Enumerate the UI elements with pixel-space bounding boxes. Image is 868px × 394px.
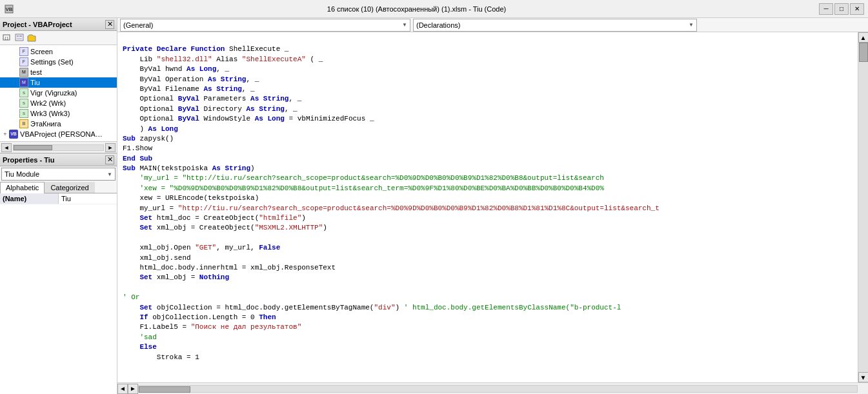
h-code-scroll-thumb[interactable] — [139, 386, 190, 393]
form-icon-2: F — [19, 57, 28, 66]
tree-item-screen[interactable]: F Screen — [0, 46, 117, 57]
object-selector-value: Tiu Module — [5, 170, 39, 178]
code-area-container: Private Declare Function ShellExecute _ … — [117, 32, 868, 382]
code-panel: (General) ▼ (Declarations) ▼ Private Dec… — [117, 18, 868, 394]
svg-rect-6 — [19, 35, 22, 37]
view-code-button[interactable]: { } — [1, 32, 13, 44]
project-panel-title: Project - VBAProject — [3, 21, 72, 28]
tab-alphabetic[interactable]: Alphabetic — [0, 182, 45, 193]
scroll-right-btn[interactable]: ► — [105, 143, 116, 152]
maximize-button[interactable]: □ — [834, 3, 849, 15]
vba-icon: VB — [9, 130, 18, 139]
procedure-dropdown[interactable]: (Declarations) ▼ — [413, 19, 697, 32]
tree-item-vigr[interactable]: S Vigr (Vigruzka) — [0, 88, 117, 98]
tree-item-wrk3[interactable]: S Wrk3 (Wrk3) — [0, 108, 117, 119]
scroll-code-right-btn[interactable]: ► — [128, 384, 138, 394]
toggle-folders-button[interactable] — [26, 32, 37, 44]
scroll-down-btn[interactable]: ▼ — [858, 372, 869, 382]
window-controls: ─ □ ✕ — [819, 3, 864, 15]
scroll-thumb[interactable] — [859, 43, 868, 62]
h-scrollbar-track[interactable] — [13, 144, 104, 151]
project-tree-scroll: ◄ ► — [0, 141, 117, 153]
main-container: Project - VBAProject ✕ { } F — [0, 18, 868, 394]
code-toolbar: (General) ▼ (Declarations) ▼ — [117, 18, 868, 32]
view-object-button[interactable] — [14, 32, 25, 44]
context-dropdown[interactable]: (General) ▼ — [120, 19, 410, 32]
context-dropdown-arrow: ▼ — [402, 22, 407, 28]
h-code-scroll-track[interactable] — [138, 385, 858, 393]
sheet-icon-2: S — [19, 99, 28, 108]
scroll-track[interactable] — [858, 43, 869, 372]
scroll-code-left-btn[interactable]: ◄ — [117, 384, 128, 394]
svg-rect-4 — [15, 34, 23, 41]
props-value-name[interactable]: Tiu — [59, 193, 117, 204]
minimize-button[interactable]: ─ — [819, 3, 833, 15]
svg-text:VB: VB — [5, 6, 12, 12]
properties-panel-title: Properties - Tiu — [3, 156, 54, 164]
code-editor[interactable]: Private Declare Function ShellExecute _ … — [117, 32, 858, 382]
tree-item-etakn[interactable]: B ЭтаКнига — [0, 119, 117, 129]
title-bar: VB 16 список (10) (Автосохраненный) (1).… — [0, 0, 868, 18]
h-scrollbar-thumb[interactable] — [14, 145, 52, 150]
project-close-button[interactable]: ✕ — [105, 20, 114, 29]
context-dropdown-value: (General) — [123, 21, 153, 29]
tab-categorized[interactable]: Categorized — [45, 182, 94, 193]
properties-close-button[interactable]: ✕ — [105, 155, 114, 164]
object-selector-arrow: ▼ — [107, 172, 112, 177]
props-label-name: (Name) — [0, 193, 59, 204]
left-panel: Project - VBAProject ✕ { } F — [0, 18, 117, 394]
properties-tabs: Alphabetic Categorized — [0, 182, 117, 193]
module-icon-2: M — [19, 78, 28, 87]
tree-item-tiu[interactable]: M Tiu — [0, 77, 117, 88]
window-title: 16 список (10) (Автосохраненный) (1).xls… — [18, 5, 815, 13]
scroll-up-btn[interactable]: ▲ — [858, 32, 869, 43]
title-bar-icon: VB — [4, 4, 14, 14]
object-selector-dropdown[interactable]: Tiu Module ▼ — [1, 168, 116, 181]
sheet-icon-3: S — [19, 109, 28, 118]
procedure-dropdown-arrow: ▼ — [689, 22, 694, 28]
properties-panel-header: Properties - Tiu ✕ — [0, 153, 117, 166]
project-panel-header: Project - VBAProject ✕ — [0, 18, 117, 31]
properties-panel: Properties - Tiu ✕ Tiu Module ▼ Alphabet… — [0, 153, 117, 394]
vertical-scrollbar[interactable]: ▲ ▼ — [858, 32, 868, 382]
book-icon: B — [19, 119, 28, 128]
code-bottom-bar: ◄ ► — [117, 382, 868, 394]
project-tree[interactable]: F Screen F Settings (Set) M test — [0, 45, 117, 141]
sheet-icon: S — [19, 88, 28, 97]
project-panel: Project - VBAProject ✕ { } F — [0, 18, 117, 153]
tree-item-settings[interactable]: F Settings (Set) — [0, 57, 117, 67]
form-icon: F — [19, 47, 28, 56]
module-icon: M — [19, 68, 28, 77]
properties-content: (Name) Tiu — [0, 193, 117, 394]
procedure-dropdown-value: (Declarations) — [416, 21, 460, 29]
tree-item-vbapersonal[interactable]: + VB VBAProject (PERSONA… — [0, 129, 117, 139]
scroll-left-btn[interactable]: ◄ — [1, 143, 12, 152]
svg-text:{ }: { } — [5, 36, 8, 40]
svg-rect-5 — [17, 35, 19, 37]
close-window-button[interactable]: ✕ — [850, 3, 864, 15]
tree-item-test[interactable]: M test — [0, 67, 117, 77]
props-row-name: (Name) Tiu — [0, 193, 117, 204]
tree-item-wrk2[interactable]: S Wrk2 (Wrk) — [0, 98, 117, 108]
svg-rect-7 — [17, 38, 22, 39]
project-toolbar: { } — [0, 31, 117, 45]
